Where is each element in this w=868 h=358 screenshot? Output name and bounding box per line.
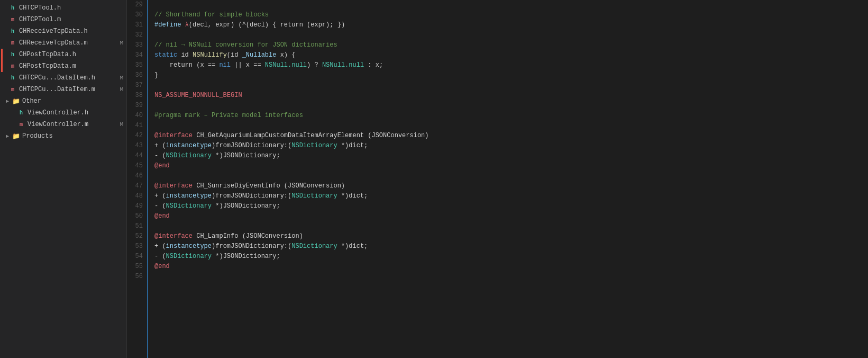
- h-file-icon: h: [8, 27, 17, 35]
- chevron-right-icon: ▶: [4, 133, 11, 139]
- code-line-55: @end: [154, 262, 868, 272]
- file-item-chposttcpdata-h[interactable]: h CHPostTcpData.h: [0, 49, 126, 60]
- code-line-46: [154, 171, 868, 181]
- file-label: CHReceiveTcpData.m: [19, 39, 88, 47]
- code-line-41: [154, 121, 868, 131]
- code-line-53: + (instancetype)fromJSONDictionary:(NSDi…: [154, 241, 868, 252]
- h-file-icon: h: [17, 109, 25, 117]
- line-num: 36: [127, 70, 143, 80]
- line-num: 43: [127, 141, 143, 151]
- line-num: 29: [127, 0, 143, 10]
- file-item-chreceivetcpdata-m[interactable]: m CHReceiveTcpData.m M: [0, 37, 126, 49]
- m-file-icon: m: [17, 120, 25, 129]
- code-line-30: // Shorthand for simple blocks: [154, 10, 868, 20]
- line-num: 55: [127, 262, 143, 272]
- chevron-down-icon: ▶: [4, 98, 11, 104]
- code-line-44: - (NSDictionary *)JSONDictionary;: [154, 151, 868, 161]
- m-file-icon: m: [8, 85, 17, 94]
- code-line-51: [154, 221, 868, 231]
- code-line-34: static id NSNullify(id _Nullable x) {: [154, 50, 868, 60]
- file-label: ViewController.h: [28, 109, 88, 117]
- line-num: 34: [127, 50, 143, 60]
- line-num: 48: [127, 191, 143, 201]
- modified-badge: M: [120, 40, 126, 46]
- code-content[interactable]: // Shorthand for simple blocks #define λ…: [148, 0, 868, 358]
- code-line-56: [154, 272, 868, 282]
- file-label: CHPostTcpData.h: [19, 51, 76, 58]
- folder-icon: 📁: [12, 132, 20, 140]
- line-num: 40: [127, 111, 143, 121]
- code-line-45: @end: [154, 161, 868, 171]
- red-indicator-bar: [1, 60, 3, 72]
- code-line-52: @interface CH_LampInfo (JSONConversion): [154, 231, 868, 241]
- code-line-37: [154, 80, 868, 91]
- line-num: 32: [127, 30, 143, 40]
- file-item-chreceivetcpdata-h[interactable]: h CHReceiveTcpData.h: [0, 25, 126, 37]
- code-line-32: [154, 30, 868, 40]
- code-line-43: + (instancetype)fromJSONDictionary:(NSDi…: [154, 141, 868, 151]
- file-item-viewcontroller-h[interactable]: h ViewController.h: [0, 107, 126, 119]
- code-line-29: [154, 0, 868, 10]
- line-num: 54: [127, 252, 143, 262]
- h-file-icon: h: [8, 50, 17, 59]
- line-num: 51: [127, 221, 143, 231]
- code-line-33: // nil → NSNull conversion for JSON dict…: [154, 40, 868, 50]
- modified-badge: M: [120, 86, 126, 93]
- line-num: 46: [127, 171, 143, 181]
- code-line-38: NS_ASSUME_NONNULL_BEGIN: [154, 91, 868, 101]
- line-num: 45: [127, 161, 143, 171]
- code-line-35: return (x == nil || x == NSNull.null) ? …: [154, 60, 868, 70]
- sidebar: h CHTCPTool.h m CHTCPTool.m h CHReceiveT…: [0, 0, 127, 358]
- h-file-icon: h: [8, 4, 17, 12]
- file-label: CHTCPTool.m: [19, 16, 61, 23]
- line-num: 52: [127, 231, 143, 241]
- file-label: CHTCPCu...DataItem.m: [19, 86, 95, 93]
- folder-other[interactable]: ▶ 📁 Other: [0, 95, 126, 107]
- code-line-47: @interface CH_SunriseDiyEventInfo (JSONC…: [154, 181, 868, 191]
- file-label: ViewController.m: [28, 121, 88, 128]
- line-num: 53: [127, 241, 143, 252]
- code-line-54: - (NSDictionary *)JSONDictionary;: [154, 252, 868, 262]
- line-num: 37: [127, 80, 143, 91]
- line-num: 30: [127, 10, 143, 20]
- line-num: 50: [127, 211, 143, 221]
- file-item-chtcpcu-dataitem-h[interactable]: h CHTCPCu...DataItem.h M: [0, 72, 126, 84]
- modified-badge: M: [120, 121, 126, 128]
- line-num: 38: [127, 91, 143, 101]
- file-item-chposttcpdata-m[interactable]: m CHPostTcpData.m: [0, 60, 126, 72]
- line-num: 31: [127, 20, 143, 30]
- file-label: CHTCPTool.h: [19, 4, 61, 12]
- file-item-chtcptool-m[interactable]: m CHTCPTool.m: [0, 14, 126, 25]
- file-item-viewcontroller-m[interactable]: m ViewController.m M: [0, 119, 126, 130]
- file-item-chtcpcu-dataitem-m[interactable]: m CHTCPCu...DataItem.m M: [0, 84, 126, 95]
- line-num: 56: [127, 272, 143, 282]
- code-line-48: + (instancetype)fromJSONDictionary:(NSDi…: [154, 191, 868, 201]
- code-line-42: @interface CH_GetAquariumLampCustomDataI…: [154, 131, 868, 141]
- m-file-icon: m: [8, 39, 17, 47]
- modified-badge: M: [120, 75, 126, 81]
- line-num: 33: [127, 40, 143, 50]
- file-label: CHPostTcpData.m: [19, 62, 76, 70]
- line-num: 44: [127, 151, 143, 161]
- code-line-36: }: [154, 70, 868, 80]
- folder-icon: 📁: [12, 97, 20, 105]
- h-file-icon: h: [8, 74, 17, 82]
- code-line-40: #pragma mark – Private model interfaces: [154, 111, 868, 121]
- code-line-39: [154, 101, 868, 111]
- line-num: 41: [127, 121, 143, 131]
- line-num: 35: [127, 60, 143, 70]
- m-file-icon: m: [8, 15, 17, 24]
- file-item-chtcptool-h[interactable]: h CHTCPTool.h: [0, 2, 126, 14]
- folder-products[interactable]: ▶ 📁 Products: [0, 130, 126, 142]
- code-line-49: - (NSDictionary *)JSONDictionary;: [154, 201, 868, 211]
- line-num: 47: [127, 181, 143, 191]
- file-label: CHTCPCu...DataItem.h: [19, 74, 95, 82]
- code-line-31: #define λ(decl, expr) (^(decl) { return …: [154, 20, 868, 30]
- line-numbers: 29 30 31 32 33 34 35 36 37 38 39 40 41 4…: [127, 0, 148, 358]
- folder-label: Other: [22, 97, 41, 105]
- file-label: CHReceiveTcpData.h: [19, 28, 88, 35]
- red-indicator-bar: [1, 49, 3, 60]
- line-num: 42: [127, 131, 143, 141]
- line-num: 49: [127, 201, 143, 211]
- line-num: 39: [127, 101, 143, 111]
